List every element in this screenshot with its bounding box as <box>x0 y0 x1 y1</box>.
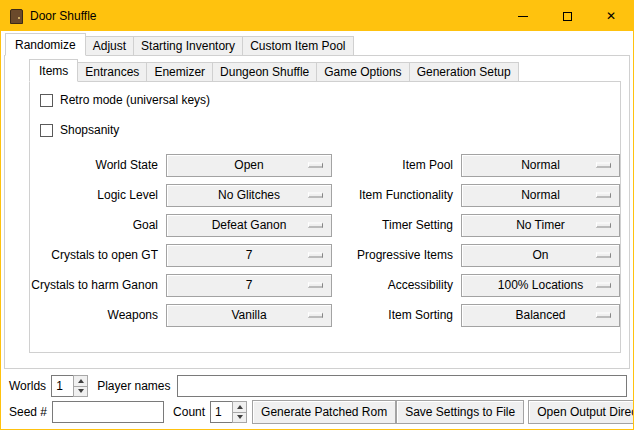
seed-input[interactable] <box>52 401 164 423</box>
shopsanity-label: Shopsanity <box>60 123 119 137</box>
open-output-directory-button[interactable]: Open Output Directory <box>528 400 634 424</box>
retro-mode-label: Retro mode (universal keys) <box>60 93 210 107</box>
logic-level-value: No Glitches <box>218 188 280 202</box>
player-names-label: Player names <box>97 379 170 393</box>
option-row: Crystals to open GT 7 Progressive Items … <box>30 240 620 270</box>
spin-down-icon <box>237 415 243 419</box>
worlds-label: Worlds <box>9 379 46 393</box>
titlebar[interactable]: Door Shuffle ✕ <box>1 1 633 31</box>
timer-setting-label: Timer Setting <box>332 218 461 232</box>
spin-down-button[interactable] <box>73 387 88 398</box>
tab-starting-inventory[interactable]: Starting Inventory <box>133 36 243 56</box>
close-icon: ✕ <box>606 10 616 22</box>
crystals-harm-ganon-dropdown[interactable]: 7 <box>166 274 332 297</box>
accessibility-dropdown[interactable]: 100% Locations <box>461 274 620 297</box>
goal-dropdown[interactable]: Defeat Ganon <box>166 214 332 237</box>
accessibility-value: 100% Locations <box>498 278 583 292</box>
crystals-open-gt-dropdown[interactable]: 7 <box>166 244 332 267</box>
dropdown-indicator-icon <box>596 223 611 228</box>
window-title: Door Shuffle <box>30 9 97 23</box>
count-input[interactable] <box>210 401 232 423</box>
tab-generation-setup[interactable]: Generation Setup <box>409 62 519 82</box>
minimize-icon <box>518 16 528 17</box>
item-pool-dropdown[interactable]: Normal <box>461 154 620 177</box>
item-functionality-label: Item Functionality <box>332 188 461 202</box>
dropdown-indicator-icon <box>596 253 611 258</box>
goal-label: Goal <box>30 218 166 232</box>
item-sorting-label: Item Sorting <box>332 308 461 322</box>
crystals-open-gt-label: Crystals to open GT <box>30 248 166 262</box>
option-row: Crystals to harm Ganon 7 Accessibility 1… <box>30 270 620 300</box>
item-pool-label: Item Pool <box>332 158 461 172</box>
world-state-value: Open <box>234 158 263 172</box>
progressive-items-dropdown[interactable]: On <box>461 244 620 267</box>
item-pool-value: Normal <box>521 158 560 172</box>
retro-mode-row: Retro mode (universal keys) <box>40 88 620 112</box>
close-button[interactable]: ✕ <box>589 1 633 31</box>
tab-adjust[interactable]: Adjust <box>85 36 134 56</box>
weapons-dropdown[interactable]: Vanilla <box>166 304 332 327</box>
dropdown-indicator-icon <box>308 253 323 258</box>
accessibility-label: Accessibility <box>332 278 461 292</box>
dropdown-indicator-icon <box>308 313 323 318</box>
tab-entrances[interactable]: Entrances <box>77 62 147 82</box>
logic-level-dropdown[interactable]: No Glitches <box>166 184 332 207</box>
player-names-input[interactable] <box>177 375 628 397</box>
tab-items[interactable]: Items <box>29 59 78 82</box>
minimize-button[interactable] <box>501 1 545 31</box>
maximize-button[interactable] <box>545 1 589 31</box>
spin-down-icon <box>78 389 84 393</box>
randomize-pane: Items Entrances Enemizer Dungeon Shuffle… <box>4 55 630 369</box>
worlds-spinner <box>51 375 88 397</box>
weapons-label: Weapons <box>30 308 166 322</box>
spin-down-button[interactable] <box>232 413 247 424</box>
progressive-items-label: Progressive Items <box>332 248 461 262</box>
progressive-items-value: On <box>532 248 548 262</box>
timer-setting-value: No Timer <box>516 218 565 232</box>
count-spinner <box>210 401 247 423</box>
dropdown-indicator-icon <box>308 283 323 288</box>
dropdown-indicator-icon <box>596 283 611 288</box>
crystals-harm-ganon-label: Crystals to harm Ganon <box>30 278 166 292</box>
options-grid: World State Open Item Pool Normal Logic … <box>30 150 620 330</box>
world-state-dropdown[interactable]: Open <box>166 154 332 177</box>
item-functionality-value: Normal <box>521 188 560 202</box>
option-row: Goal Defeat Ganon Timer Setting No Timer <box>30 210 620 240</box>
tab-randomize[interactable]: Randomize <box>5 33 86 56</box>
retro-mode-checkbox[interactable] <box>40 94 53 107</box>
crystals-harm-ganon-value: 7 <box>246 278 253 292</box>
dropdown-indicator-icon <box>596 163 611 168</box>
tab-game-options[interactable]: Game Options <box>316 62 409 82</box>
maximize-icon <box>563 12 572 21</box>
spin-up-button[interactable] <box>232 401 247 413</box>
dropdown-indicator-icon <box>596 313 611 318</box>
world-state-label: World State <box>30 158 166 172</box>
dropdown-indicator-icon <box>596 193 611 198</box>
item-sorting-dropdown[interactable]: Balanced <box>461 304 620 327</box>
worlds-input[interactable] <box>51 375 73 397</box>
tab-dungeon-shuffle[interactable]: Dungeon Shuffle <box>212 62 317 82</box>
app-icon <box>10 9 23 24</box>
count-spin-arrows <box>232 401 247 423</box>
dropdown-indicator-icon <box>308 193 323 198</box>
shopsanity-row: Shopsanity <box>40 118 620 142</box>
option-row: Logic Level No Glitches Item Functionali… <box>30 180 620 210</box>
goal-value: Defeat Ganon <box>212 218 287 232</box>
worlds-spin-arrows <box>73 375 88 397</box>
save-settings-button[interactable]: Save Settings to File <box>396 400 524 424</box>
item-functionality-dropdown[interactable]: Normal <box>461 184 620 207</box>
tab-enemizer[interactable]: Enemizer <box>146 62 213 82</box>
main-tab-bar: Randomize Adjust Starting Inventory Cust… <box>5 33 353 56</box>
option-row: World State Open Item Pool Normal <box>30 150 620 180</box>
main-area: Randomize Adjust Starting Inventory Cust… <box>1 31 633 429</box>
settings-tab-bar: Items Entrances Enemizer Dungeon Shuffle… <box>29 60 518 82</box>
tab-custom-item-pool[interactable]: Custom Item Pool <box>242 36 353 56</box>
spin-up-icon <box>78 379 84 383</box>
dropdown-indicator-icon <box>308 223 323 228</box>
option-row: Weapons Vanilla Item Sorting Balanced <box>30 300 620 330</box>
spin-up-button[interactable] <box>73 375 88 387</box>
generate-patched-rom-button[interactable]: Generate Patched Rom <box>252 400 396 424</box>
timer-setting-dropdown[interactable]: No Timer <box>461 214 620 237</box>
shopsanity-checkbox[interactable] <box>40 124 53 137</box>
crystals-open-gt-value: 7 <box>246 248 253 262</box>
